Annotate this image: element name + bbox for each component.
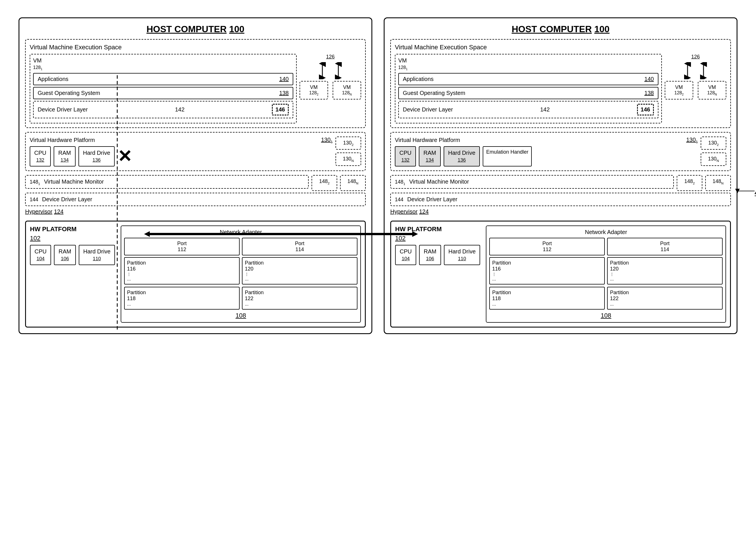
right-hw-platform: HW PLATFORM 102 CPU 104 RAM 106 Hard Dri… [390, 221, 731, 328]
right-host-title: HOST COMPUTER 100 [390, 24, 731, 35]
left-partition122: Partition 122 [242, 287, 358, 310]
left-vhp-boxN: 130N [336, 153, 361, 166]
left-port112: Port 112 [124, 238, 240, 255]
left-vhp-ref2: 1302 [343, 140, 354, 146]
right-port-row: Port 112 Port 114 [489, 238, 722, 255]
right-cpu-label: CPU [399, 150, 411, 156]
left-vm-main-box: VM1281 Applications 140 Guest Operating … [30, 54, 297, 124]
right-net-ref: 108 [489, 312, 722, 319]
left-vm-execution-space: Virtual Machine Execution Space VM1281 A… [25, 39, 366, 128]
right-port112-label: Port [492, 241, 602, 247]
right-device-driver-box: Device Driver Layer 142 146 [398, 101, 658, 118]
left-hw-platform-ref: 102 [30, 234, 115, 242]
right-vhp-boxN: 130N [701, 153, 726, 166]
left-vmm-refN: 148N [347, 178, 359, 184]
right-hw-platform-left: HW PLATFORM 102 CPU 104 RAM 106 Hard Dri… [395, 225, 480, 265]
right-dd-ref: 142 [540, 106, 549, 113]
left-title-ref: 100 [229, 24, 244, 34]
right-ref126: 126 [691, 54, 700, 60]
left-vm128-2-label: VM [303, 84, 325, 90]
left-partition120-label: Partition [245, 260, 264, 266]
left-vm128-N-ref: 128N [336, 90, 358, 96]
right-vmm-box2: 1482 [677, 175, 703, 191]
right-vhp-label: Virtual Hardware Platform [395, 137, 460, 143]
right-port112-ref: 112 [492, 247, 602, 252]
left-dd-text: Device Driver Layer [42, 196, 92, 202]
left-vmm-row: 1481 Virtual Machine Monitor 1482 148N [25, 175, 366, 191]
left-hw-platform-left: HW PLATFORM 102 CPU 104 RAM 106 Hard Dri… [30, 225, 115, 265]
left-vm-exec-label: Virtual Machine Execution Space [30, 44, 361, 51]
left-cpu-box: CPU 132 [30, 146, 51, 166]
left-vm128-2: VM 1282 [300, 81, 328, 99]
left-partition118: Partition 118 [124, 287, 240, 310]
right-title-ref: 100 [594, 24, 609, 34]
right-vmm-text: Virtual Machine Monitor [409, 178, 469, 185]
left-guest-os-label: Guest Operating System [38, 90, 100, 96]
left-side-vm-col: 126 [300, 54, 361, 99]
left-net-adapter-title: Network Adapter [124, 229, 358, 236]
left-dd-section: 144 Device Driver Layer [25, 193, 366, 206]
right-partition120: Partition 120 ⋮ [607, 257, 722, 285]
right-vm-label: VM1281 [398, 57, 407, 71]
right-vm128-2: VM 1282 [665, 81, 693, 99]
right-port114-ref: 114 [610, 247, 720, 252]
right-ref400-container: 400 [735, 185, 756, 197]
left-port-row: Port 112 Port 114 [124, 238, 358, 255]
left-guest-os-ref: 138 [279, 90, 289, 96]
right-vm-label-row: VM1281 [398, 57, 658, 71]
right-side-vms: VM 1282 VM 128N [665, 81, 726, 99]
right-hw-hd-ref: 110 [449, 256, 476, 262]
right-hw-platform-components: CPU 104 RAM 106 Hard Drive 110 [395, 245, 480, 265]
right-partition118-label: Partition [492, 290, 511, 296]
right-hw-ram-box: RAM 106 [419, 245, 441, 265]
right-hw-cpu-box: CPU 104 [395, 245, 416, 265]
left-dd-ref: 142 [175, 106, 184, 113]
right-vmm-section: 1481 Virtual Machine Monitor [390, 175, 674, 189]
right-guest-os-ref: 138 [645, 90, 654, 96]
right-vm-main-box: VM1281 Applications 140 Guest Operating … [395, 54, 662, 124]
right-partition116: Partition 116 ⋮ [489, 257, 605, 285]
left-hw-cpu-box: CPU 104 [30, 245, 51, 265]
right-net-ref-val: 108 [601, 312, 611, 319]
left-hd-label: Hard Drive [83, 150, 110, 156]
right-applications-label: Applications [403, 76, 434, 82]
left-hd-ref: 136 [83, 157, 110, 163]
left-partition120-ref: 120 [245, 266, 253, 272]
right-vm128-N-ref: 128N [701, 90, 723, 96]
left-applications-label: Applications [38, 76, 68, 82]
left-hw-hd-ref: 110 [83, 256, 111, 262]
left-hw-ram-box: RAM 106 [54, 245, 75, 265]
left-partition120: Partition 120 ⋮ [242, 257, 358, 285]
left-hw-platform-components: CPU 104 RAM 106 Hard Drive 110 [30, 245, 115, 265]
right-vhp-refN: 130N [708, 156, 719, 162]
right-hw-ram-ref: 106 [424, 256, 436, 262]
right-arrow-up-2 [698, 62, 709, 79]
left-vhp-label: Virtual Hardware Platform [30, 137, 95, 143]
right-vhp-ref2: 1302 [708, 140, 719, 146]
left-title-text: HOST COMPUTER [146, 24, 226, 34]
left-hw-hd-label: Hard Drive [83, 248, 111, 255]
right-partition116-ref: 116 [492, 266, 501, 272]
left-vhp-main: Virtual Hardware Platform 1301 CPU 132 R… [30, 137, 333, 166]
left-hw-ram-ref: 106 [59, 256, 71, 262]
right-ram-ref: 134 [423, 157, 436, 163]
right-applications-ref: 140 [645, 76, 654, 82]
left-port114-label: Port [245, 241, 354, 247]
right-partition118-ref: 118 [492, 296, 501, 301]
right-vm128-2-ref: 1282 [668, 90, 690, 96]
right-vmm-refN: 148N [713, 178, 724, 184]
left-vm-label: VM1281 [33, 57, 42, 71]
right-hw-hd-box: Hard Drive 110 [444, 245, 480, 265]
left-partition122-label: Partition [245, 290, 264, 296]
left-guest-os-box: Guest Operating System 138 [33, 87, 293, 99]
right-vmm-ref2: 1482 [684, 178, 695, 184]
right-port114-label: Port [610, 241, 720, 247]
left-applications-box: Applications 140 [33, 73, 293, 85]
left-hw-platform-title: HW PLATFORM [30, 225, 115, 233]
right-hw-platform-ref: 102 [395, 234, 480, 242]
right-ref400-arrow [735, 185, 756, 197]
left-hw-platform: HW PLATFORM 102 CPU 104 RAM 106 Hard Dri… [25, 221, 366, 328]
left-hypervisor-ref: 124 [54, 208, 63, 215]
right-arrow-up-1 [682, 62, 693, 79]
left-device-driver-box: Device Driver Layer 142 146 [33, 101, 293, 118]
